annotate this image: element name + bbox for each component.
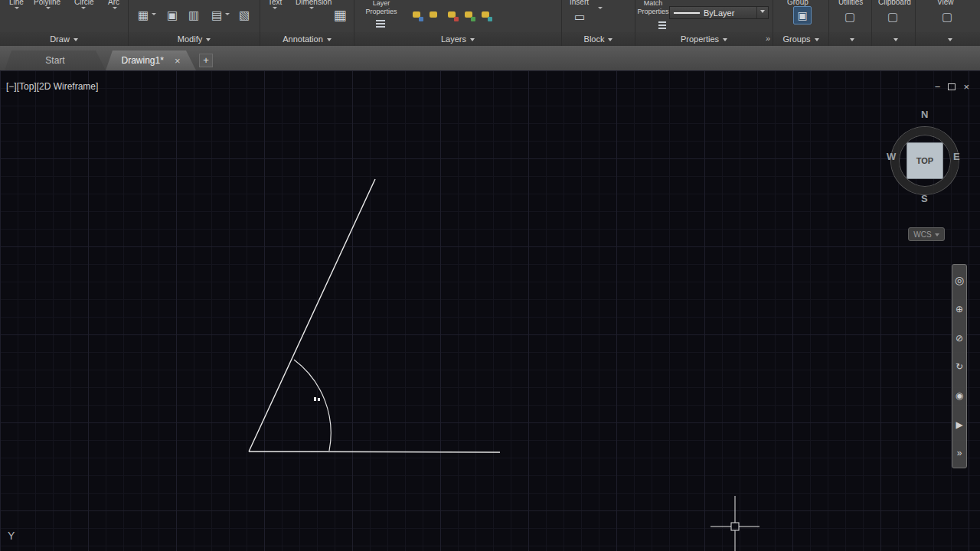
hatch-tool-icon[interactable]: ▦ [136, 8, 150, 22]
close-icon[interactable]: × [175, 55, 181, 67]
layer-match-icon[interactable] [480, 9, 492, 21]
table-tool-icon[interactable]: ▦ [332, 8, 348, 23]
chevron-down-icon[interactable] [598, 7, 603, 11]
arc-tool-label[interactable]: Arc [108, 0, 119, 6]
draw-panel-footer[interactable]: Draw [0, 32, 128, 46]
circle-tool-label[interactable]: Circle [74, 0, 94, 6]
look-icon[interactable]: ◉ [956, 391, 963, 400]
dropdown-arrow-button[interactable] [756, 7, 768, 18]
insert-block-icon[interactable]: ▭ [573, 10, 586, 24]
layers-panel-body: Layer Properties [354, 0, 561, 32]
chevron-down-icon [893, 38, 898, 44]
chevron-down-icon [815, 38, 819, 44]
more-tools-icon[interactable]: » [957, 448, 962, 458]
ribbon-panel-view: View ▢ [916, 0, 980, 46]
viewcube-south[interactable]: S [921, 193, 928, 204]
tab-start[interactable]: Start [5, 51, 106, 70]
clipboard-panel-body: Clipboard ▢ [872, 0, 915, 32]
polyline-tool-label[interactable]: Polyline [34, 0, 60, 6]
ribbon-panel-draw: Line Polyline Circle Arc Draw [0, 0, 129, 46]
layers-panel-title: Layers [441, 34, 466, 44]
new-drawing-button[interactable]: + [199, 54, 213, 67]
annotation-panel-title: Annotation [283, 34, 323, 44]
show-motion-icon[interactable]: ▶ [956, 420, 962, 429]
viewcube-north[interactable]: N [921, 109, 928, 120]
modify-panel-body: ▦ ▣ ▥ ▤ ▧ [129, 0, 260, 32]
viewcube-top-face[interactable]: TOP [906, 142, 943, 179]
chevron-down-icon[interactable] [15, 7, 19, 11]
drawn-line-horizontal[interactable] [249, 452, 500, 452]
ribbon: Line Polyline Circle Arc Draw ▦ ▣ ▥ ▤ ▧ … [0, 0, 980, 46]
wcs-label: WCS [913, 230, 931, 239]
layer-freeze-icon[interactable] [446, 9, 459, 21]
wcs-dropdown[interactable]: WCS [908, 227, 945, 241]
paste-tool-icon[interactable]: ▢ [886, 10, 900, 24]
properties-panel-title: Properties [681, 34, 719, 44]
chevron-down-icon [760, 10, 765, 15]
chevron-down-icon [723, 38, 727, 44]
copy-tool-icon[interactable]: ▣ [165, 8, 179, 22]
layer-properties-label-2: Properties [358, 8, 405, 15]
chevron-down-icon[interactable] [113, 7, 117, 11]
groups-panel-footer[interactable]: Groups [773, 32, 828, 46]
drawing-canvas[interactable]: [−][Top][2D Wireframe] − × Y N W E S TOP [0, 70, 980, 551]
panel-launcher-icon[interactable]: » [766, 34, 770, 43]
block-panel-footer[interactable]: Block [562, 32, 635, 46]
drawing-geometry [0, 70, 980, 551]
ribbon-panel-layers: Layer Properties Layers [354, 0, 562, 46]
dimension-tool-label[interactable]: Dimension [296, 0, 332, 6]
clipboard-panel-footer[interactable] [872, 32, 915, 46]
angle-dimension-text-marks [314, 397, 320, 401]
clipboard-tool-label[interactable]: Clipboard [878, 0, 911, 6]
utilities-panel-footer[interactable] [829, 32, 871, 46]
insert-tool-label[interactable]: Insert [570, 0, 589, 6]
layer-properties-button[interactable]: Layer Properties [358, 0, 405, 15]
line-tool-label[interactable]: Line [9, 0, 24, 6]
chevron-down-icon[interactable] [152, 13, 156, 18]
stretch-tool-icon[interactable]: ▥ [187, 8, 201, 22]
layer-state-icon[interactable] [411, 9, 423, 21]
group-tool-label[interactable]: Group [787, 0, 808, 6]
pan-icon[interactable]: ⊕ [956, 305, 963, 314]
layer-isolate-icon[interactable] [428, 9, 440, 21]
orbit-icon[interactable]: ↻ [956, 362, 963, 371]
object-color-dropdown[interactable]: ByLayer [669, 6, 769, 19]
layers-panel-footer[interactable]: Layers [354, 32, 561, 46]
navigation-bar: ◎ ⊕ ⊘ ↻ ◉ ▶ » [952, 264, 967, 468]
draw-panel-body: Line Polyline Circle Arc [0, 0, 128, 32]
properties-panel-footer[interactable]: Properties » [635, 32, 773, 46]
ribbon-panel-clipboard: Clipboard ▢ [872, 0, 916, 46]
chevron-down-icon[interactable] [81, 7, 86, 11]
text-tool-label[interactable]: Text [268, 0, 282, 6]
view-tool-icon[interactable]: ▢ [940, 10, 954, 24]
match-properties-button[interactable]: Match Properties [637, 0, 669, 15]
navigation-wheel-icon[interactable]: ◎ [955, 275, 964, 285]
block-panel-body: Insert ▭ [562, 0, 635, 32]
view-panel-footer[interactable] [916, 32, 980, 46]
angle-dimension-arc[interactable] [294, 360, 331, 451]
utilities-tool-label[interactable]: Utilities [838, 0, 863, 6]
modify-panel-footer[interactable]: Modify [129, 32, 260, 46]
bylayer-line-preview [674, 12, 700, 14]
group-selected-button[interactable]: ▣ [793, 6, 812, 24]
groups-panel-title: Groups [782, 34, 810, 44]
measure-tool-icon[interactable]: ▢ [843, 10, 857, 24]
chevron-down-icon [206, 38, 211, 44]
chevron-down-icon[interactable] [225, 13, 230, 18]
drawn-line-angled[interactable] [249, 179, 375, 452]
layer-list-icon [376, 20, 385, 21]
ribbon-panel-groups: Group ▣ Groups [773, 0, 829, 46]
view-tool-label[interactable]: View [937, 0, 954, 6]
zoom-icon[interactable]: ⊘ [956, 334, 963, 343]
trim-tool-icon[interactable]: ▧ [237, 8, 251, 22]
viewcube-east[interactable]: E [953, 151, 960, 162]
groups-panel-body: Group ▣ [773, 0, 828, 32]
chevron-down-icon[interactable] [46, 7, 51, 11]
layer-lock-icon[interactable] [463, 9, 475, 21]
annotation-panel-footer[interactable]: Annotation [260, 32, 354, 46]
array-tool-icon[interactable]: ▤ [210, 8, 224, 22]
viewcube-west[interactable]: W [887, 151, 896, 162]
chevron-down-icon[interactable] [309, 7, 314, 11]
chevron-down-icon[interactable] [273, 7, 277, 11]
tab-drawing1[interactable]: Drawing1* × [106, 51, 196, 70]
